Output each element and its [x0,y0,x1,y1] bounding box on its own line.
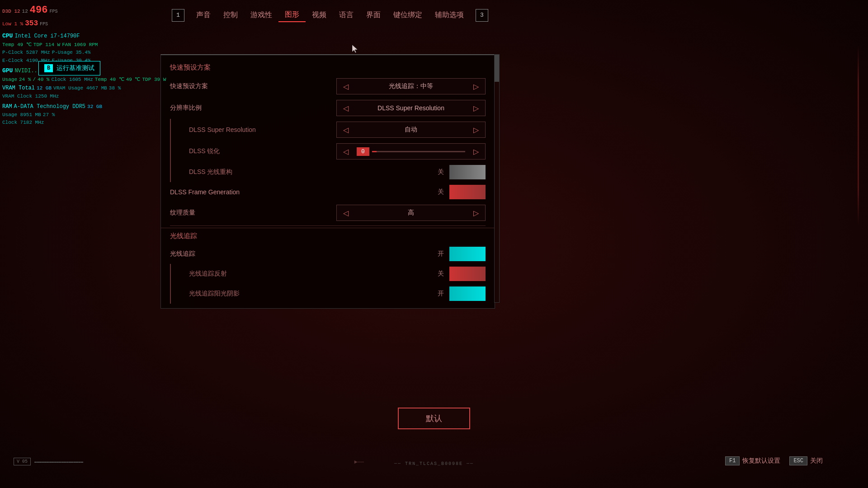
resolution-ratio-right-btn[interactable]: ▷ [467,100,485,116]
dlss-ray-recon-status: 关 [438,168,444,176]
dlss-sharpness-fill [372,151,377,152]
hud-gpu-usage-sep: / [33,76,36,84]
hud-gpu-usage1: 24 % [19,76,31,84]
ray-tracing-reflections-status: 关 [438,270,444,278]
dlss-super-res-selector[interactable]: ◁ 自动 ▷ [336,122,486,138]
hud-vram-clock: VRAM Clock 1250 MHz [2,93,59,101]
hud-cpu-fan: FAN 1069 RPM [62,41,98,49]
section-quick-preset-title: 快速预设方案 [161,60,495,75]
dlss-ray-recon-toggle[interactable] [449,165,486,179]
resolution-ratio-value: DLSS Super Resolution [355,104,467,112]
dlss-frame-gen-row: DLSS Frame Generation 关 [161,182,495,202]
close-btn[interactable]: ESC 关闭 [789,456,823,465]
ray-tracing-sun-shadows-toggle[interactable] [449,286,486,301]
quick-preset-right-btn[interactable]: ▷ [467,79,485,94]
bottom-bar: F1 恢复默认设置 ESC 关闭 [725,456,823,465]
dlss-sharpness-left-btn[interactable]: ◁ [337,144,355,159]
hud-ram-clock: Clock 7182 MHz [2,119,44,127]
version-badge: V 05 [14,458,31,465]
benchmark-key[interactable]: B [44,64,53,72]
hud-cpu-name: Intel Core i7-14790F [14,32,80,41]
version-bar: V 05 ▬▬▬▬▬▬▬▬▬▬▬▬▬▬▬▬▬▬▬▬ [14,458,83,465]
hud-ram-usage: Usage 8951 MB [2,111,41,119]
ray-tracing-toggle-container: 开 [438,247,486,261]
resolution-ratio-label: 分辨率比例 [170,104,202,112]
watermark: ── TRN_TLCAS_B0098E ── [394,461,474,466]
nav-item-sound[interactable]: 声音 [190,9,217,22]
dlss-sharpness-slider[interactable]: ◁ 0 ▷ [336,143,486,160]
texture-quality-right-btn[interactable]: ▷ [467,205,485,221]
nav-item-control[interactable]: 控制 [217,9,244,22]
dlss-frame-gen-toggle[interactable] [449,185,486,199]
nav-badge-left[interactable]: 1 [172,9,184,22]
right-decoration [858,45,859,226]
hud-cpu-tdp: TDP 114 W [33,41,60,49]
settings-scrollbar[interactable] [494,54,500,303]
resolution-ratio-row: 分辨率比例 ◁ DLSS Super Resolution ▷ [161,97,495,119]
hud-gpu-clock: Clock 1605 MHz [51,76,93,84]
ray-tracing-reflections-row: 光线追踪反射 关 [170,264,495,284]
dlss-super-res-value: 自动 [355,126,467,134]
restore-key: F1 [725,456,740,465]
nav-item-keybinding[interactable]: 键位绑定 [387,9,429,22]
nav-item-language[interactable]: 语言 [333,9,360,22]
hud-low: Low 1 % [2,20,23,28]
settings-panel: 快速预设方案 快速预设方案 ◁ 光线追踪：中等 ▷ 分辨率比例 ◁ DLSS S… [160,54,495,309]
hud-vram-pct: 38 % [109,84,121,93]
ray-tracing-sun-shadows-toggle-container: 开 [438,286,486,301]
dlss-super-res-label: DLSS Super Resolution [189,126,256,133]
hud-gpu-name: NVIDI... [14,67,41,75]
ray-tracing-reflections-label: 光线追踪反射 [189,270,227,278]
ray-tracing-status: 开 [438,250,444,258]
default-button[interactable]: 默认 [398,408,470,429]
dlss-sharpness-track [372,151,465,152]
ray-tracing-reflections-toggle-track [449,267,486,281]
scrollbar-thumb[interactable] [495,55,499,82]
benchmark-tooltip: B 运行基准测试 [38,61,100,75]
hud-gpu-temp2: 49 ℃ [126,76,141,84]
hud-vram-total-label: VRAM Total [2,84,35,93]
dlss-super-res-row: DLSS Super Resolution ◁ 自动 ▷ [170,119,495,141]
ray-tracing-sun-shadows-toggle-track [449,286,486,301]
resolution-ratio-left-btn[interactable]: ◁ [337,100,355,116]
hud-fps: 496 [30,2,48,18]
hud-fps-label: FPS [49,8,57,15]
hud-gpu-label: GPU [2,66,13,76]
dlss-frame-gen-toggle-track [449,185,486,199]
dlss-frame-gen-status: 关 [438,188,444,196]
benchmark-label: 运行基准测试 [57,64,94,72]
nav-item-graphics[interactable]: 图形 [278,8,306,22]
texture-quality-selector[interactable]: ◁ 高 ▷ [336,205,486,221]
ray-tracing-sun-shadows-status: 开 [438,290,444,298]
dlss-sharpness-right-btn[interactable]: ▷ [467,144,485,159]
texture-quality-row: 纹理质量 ◁ 高 ▷ [161,202,495,224]
dlss-sharpness-value: 0 [357,147,369,156]
hud-counter: 12 [22,8,28,16]
texture-quality-left-btn[interactable]: ◁ [337,205,355,221]
hud-p-usage: P-Usage 35.4% [52,49,91,57]
nav-item-accessibility[interactable]: 辅助选项 [429,9,470,22]
dlss-super-res-left-btn[interactable]: ◁ [337,122,355,137]
dlss-ray-recon-row: DLSS 光线重构 关 [170,162,495,182]
nav-item-gameplay[interactable]: 游戏性 [244,9,278,22]
hud-gpu-tdp: TDP 39 W [142,76,166,84]
quick-preset-row: 快速预设方案 ◁ 光线追踪：中等 ▷ [161,75,495,97]
nav-item-video[interactable]: 视频 [306,9,333,22]
hud-ram-name: A-DATA Technology DDR5 [14,103,85,111]
dlss-ray-recon-toggle-track [449,165,486,179]
nav-item-ui[interactable]: 界面 [360,9,387,22]
dlss-super-res-right-btn[interactable]: ▷ [467,122,485,137]
nav-badge-right[interactable]: 3 [476,9,488,22]
quick-preset-value: 光线追踪：中等 [355,82,467,90]
hud-low-fps: 353 [25,18,38,30]
resolution-ratio-selector[interactable]: ◁ DLSS Super Resolution ▷ [336,100,486,116]
ray-tracing-toggle[interactable] [449,247,486,261]
quick-preset-left-btn[interactable]: ◁ [337,79,355,94]
restore-defaults-btn[interactable]: F1 恢复默认设置 [725,456,780,465]
bottom-arrow-deco: ►── [354,459,364,465]
quick-preset-selector[interactable]: ◁ 光线追踪：中等 ▷ [336,78,486,94]
svg-marker-0 [352,45,358,53]
settings-content: 快速预设方案 快速预设方案 ◁ 光线追踪：中等 ▷ 分辨率比例 ◁ DLSS S… [161,55,495,308]
hud-p-clock: P-Clock 5287 MHz [2,49,50,57]
ray-tracing-reflections-toggle[interactable] [449,267,486,281]
